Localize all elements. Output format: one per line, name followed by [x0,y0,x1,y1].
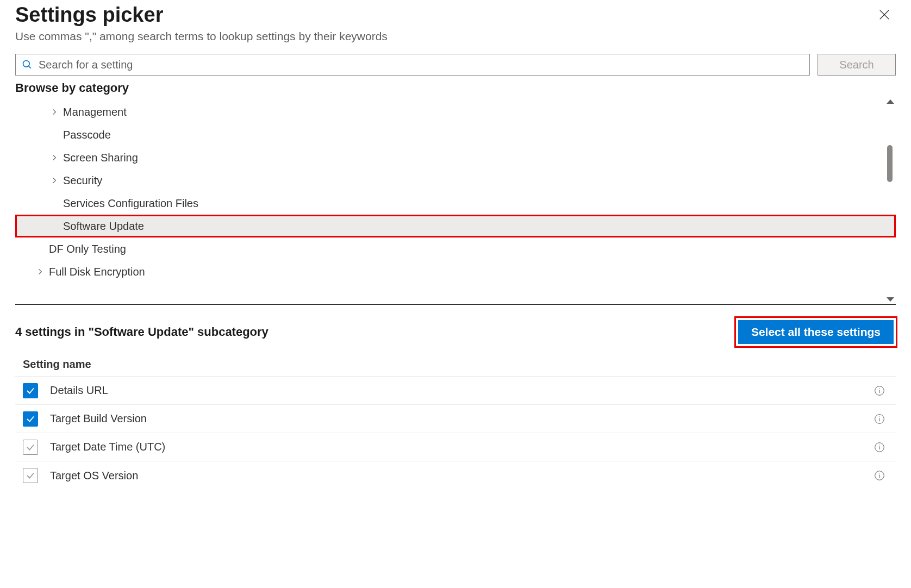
close-icon [878,9,890,21]
setting-name: Target Date Time (UTC) [50,441,874,453]
chevron-right-icon [48,151,61,164]
category-label: Screen Sharing [63,152,138,164]
category-item[interactable]: Management [15,101,896,123]
settings-table: Setting name Details URLTarget Build Ver… [15,355,896,490]
setting-row[interactable]: Target OS Version [15,461,896,490]
svg-point-2 [23,61,30,67]
svg-point-6 [879,388,879,389]
setting-name: Details URL [50,384,874,397]
close-button[interactable] [873,3,896,26]
select-all-highlight: Select all these settings [736,318,896,346]
chevron-right-icon [48,174,61,187]
info-icon[interactable] [874,442,885,453]
checkbox[interactable] [23,440,38,455]
setting-row[interactable]: Details URL [15,377,896,405]
category-item[interactable]: Software Update [15,215,896,237]
category-item[interactable]: Services Configuration Files [15,192,896,215]
category-item[interactable]: Security [15,169,896,192]
search-box [15,54,810,76]
checkbox[interactable] [23,411,38,427]
search-input[interactable] [15,54,810,76]
scroll-down-icon[interactable] [887,297,894,302]
category-tree: ManagementPasscodeScreen SharingSecurity… [15,97,896,283]
setting-row[interactable]: Target Date Time (UTC) [15,433,896,461]
category-label: Software Update [63,220,144,233]
category-label: Management [63,106,127,118]
page-subtitle: Use commas "," among search terms to loo… [15,30,896,43]
search-icon [22,59,33,70]
scrollbar[interactable] [885,97,895,304]
category-label: Services Configuration Files [63,197,198,210]
scroll-thumb[interactable] [887,145,893,182]
info-icon[interactable] [874,414,885,424]
setting-name: Target Build Version [50,412,874,425]
setting-row[interactable]: Target Build Version [15,405,896,433]
info-icon[interactable] [874,470,885,481]
category-label: Security [63,174,102,187]
browse-by-category-label: Browse by category [15,81,896,95]
page-title: Settings picker [15,3,163,27]
category-item[interactable]: Screen Sharing [15,146,896,169]
chevron-right-icon [34,265,47,278]
svg-point-9 [879,416,879,417]
scroll-up-icon[interactable] [887,99,894,104]
svg-line-3 [29,66,31,68]
select-all-button[interactable]: Select all these settings [738,320,894,344]
svg-point-12 [879,445,879,445]
svg-point-15 [879,473,879,473]
column-header-setting-name[interactable]: Setting name [15,355,896,377]
setting-name: Target OS Version [50,470,874,482]
category-item[interactable]: Full Disk Encryption [15,260,896,283]
category-label: Full Disk Encryption [49,266,145,278]
info-icon[interactable] [874,385,885,396]
search-button[interactable]: Search [818,54,896,76]
category-item[interactable]: DF Only Testing [15,237,896,260]
chevron-right-icon [48,105,61,118]
category-item[interactable]: Passcode [15,123,896,146]
checkbox[interactable] [23,468,38,483]
category-label: Passcode [63,129,111,141]
subcategory-count: 4 settings in "Software Update" subcateg… [15,325,269,339]
checkbox[interactable] [23,383,38,398]
category-label: DF Only Testing [49,243,126,255]
